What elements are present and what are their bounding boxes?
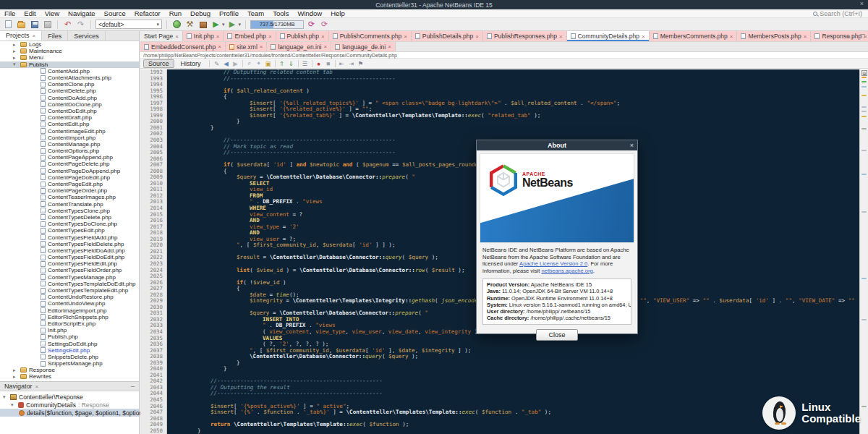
- expand-icon[interactable]: ▸: [13, 48, 18, 54]
- tab-close-icon[interactable]: ×: [268, 33, 272, 40]
- collapse-icon[interactable]: ▾: [13, 61, 18, 67]
- error-stripe-mark[interactable]: [861, 111, 867, 112]
- tab-embed-php[interactable]: Embed.php×: [224, 31, 276, 41]
- collapse-icon[interactable]: ▾: [3, 394, 8, 400]
- tree-item-rewrites[interactable]: ▸Rewrites: [0, 373, 139, 380]
- scroll-tabs-left-icon[interactable]: ◂: [847, 33, 850, 40]
- debug-project-button[interactable]: ▶: [227, 20, 238, 30]
- tab-close-icon[interactable]: ×: [218, 43, 221, 50]
- error-stripe-mark[interactable]: [861, 86, 867, 88]
- tree-item-contenttypesmanage-php[interactable]: ContentTypesManage.php: [0, 274, 139, 281]
- navigator-minimize-icon[interactable]: –: [131, 383, 135, 390]
- tree-item-menu[interactable]: ▸Menu: [0, 54, 139, 61]
- tree-item-init-php[interactable]: Init.php: [0, 327, 139, 333]
- menu-refactor[interactable]: Refactor: [130, 9, 165, 17]
- tree-item-maintenance[interactable]: ▸Maintenance: [0, 48, 139, 54]
- tree-item-contenttypesfielddelete-php[interactable]: ContentTypesFieldDelete.php: [0, 241, 139, 247]
- tab-start-page[interactable]: Start Page×: [140, 31, 183, 41]
- error-stripe-mark[interactable]: [861, 174, 867, 175]
- tab-site-xml[interactable]: site.xml×: [226, 42, 267, 51]
- tab-close-icon[interactable]: ×: [730, 33, 733, 40]
- tree-item-contentedit-php[interactable]: ContentEdit.php: [0, 121, 139, 127]
- toggle-highlight-icon[interactable]: ▣: [264, 59, 273, 68]
- tree-item-contenttypesfieldorder-php[interactable]: ContentTypesFieldOrder.php: [0, 267, 139, 273]
- panel-tab-files[interactable]: Files: [42, 31, 68, 41]
- tab-close-icon[interactable]: ×: [175, 33, 179, 40]
- error-stripe-mark[interactable]: [861, 95, 867, 96]
- clean-build-button[interactable]: [197, 20, 208, 30]
- expand-icon[interactable]: ▸: [13, 55, 18, 61]
- tree-item-contentclone-php[interactable]: ContentClone.php: [0, 81, 139, 88]
- menu-source[interactable]: Source: [100, 9, 130, 17]
- run-project-button[interactable]: ▶: [210, 20, 221, 30]
- tree-item-response[interactable]: ▸Response: [0, 367, 139, 373]
- tree-item-contentdelete-php[interactable]: ContentDelete.php: [0, 88, 139, 94]
- expand-icon[interactable]: ▸: [13, 42, 18, 48]
- shift-left-icon[interactable]: ⇤: [338, 59, 346, 68]
- open-project-button[interactable]: [16, 20, 27, 30]
- expand-icon[interactable]: ▸: [13, 374, 18, 380]
- menu-navigate[interactable]: Navigate: [64, 9, 100, 17]
- tab-close-icon[interactable]: ×: [216, 33, 220, 40]
- tree-item-publish-php[interactable]: Publish.php: [0, 333, 139, 340]
- paste-button[interactable]: [42, 20, 53, 30]
- profiler-gc-button[interactable]: ⟳: [319, 20, 330, 30]
- menu-edit[interactable]: Edit: [20, 9, 40, 17]
- tree-item-settingsdoedit-php[interactable]: SettingsDoEdit.php: [0, 340, 139, 346]
- back-icon[interactable]: ◀: [222, 59, 231, 68]
- tree-item-contenttranslate-php[interactable]: ContentTranslate.php: [0, 201, 139, 208]
- error-stripe-mark[interactable]: [861, 77, 867, 78]
- tree-item-contentdoadd-php[interactable]: ContentDoAdd.php: [0, 95, 139, 101]
- find-next-icon[interactable]: ⌖: [255, 59, 263, 68]
- build-project-button[interactable]: ⚒: [184, 20, 195, 30]
- tree-item-editorimageimport-php[interactable]: EditorImageImport.php: [0, 307, 139, 314]
- menu-window[interactable]: Window: [293, 9, 326, 17]
- panel-tab-services[interactable]: Services: [68, 31, 106, 41]
- menu-profile[interactable]: Profile: [215, 9, 243, 17]
- navigator-item-contentteller-respon[interactable]: ▾Contentteller\Response: [0, 393, 139, 401]
- error-stripe-mark[interactable]: [861, 116, 867, 117]
- history-view-button[interactable]: History: [176, 59, 206, 68]
- bookmark-icon[interactable]: ⚑: [357, 59, 365, 68]
- tab-memberscomments-php[interactable]: MembersComments.php×: [650, 31, 738, 41]
- tree-item-contentimageedit-php[interactable]: ContentImageEdit.php: [0, 127, 139, 134]
- tree-item-contentpageappend-php[interactable]: ContentPageAppend.php: [0, 154, 139, 161]
- error-stripe-mark[interactable]: [861, 81, 867, 82]
- error-stripe-mark[interactable]: [861, 128, 867, 129]
- tab-publishdetails-php[interactable]: PublishDetails.php×: [412, 31, 483, 41]
- panel-tab-projects[interactable]: Projects×: [0, 31, 42, 41]
- tab-close-icon[interactable]: ×: [321, 33, 325, 40]
- tree-item-contentimport-php[interactable]: ContentImport.php: [0, 135, 139, 141]
- close-button[interactable]: Close: [536, 329, 577, 341]
- tab-communitydetails-php[interactable]: CommunityDetails.php×: [567, 31, 650, 41]
- tree-item-contentpagedelete-php[interactable]: ContentPageDelete.php: [0, 161, 139, 167]
- tab-close-icon[interactable]: ×: [804, 33, 807, 40]
- expand-icon[interactable]: ▸: [13, 367, 18, 373]
- tree-item-settingsedit-php[interactable]: SettingsEdit.php: [0, 347, 139, 354]
- debug-dropdown-icon[interactable]: ▾: [239, 22, 242, 27]
- record-macro-icon[interactable]: ●: [315, 59, 323, 68]
- menu-run[interactable]: Run: [165, 9, 186, 17]
- save-all-button[interactable]: [29, 20, 40, 30]
- split-editor-icon[interactable]: ⊞: [861, 70, 867, 76]
- about-dialog-titlebar[interactable]: About ×: [477, 140, 637, 150]
- menu-tools[interactable]: Tools: [268, 9, 293, 17]
- tree-item-contentadd-php[interactable]: ContentAdd.php: [0, 68, 139, 75]
- memory-indicator[interactable]: 737.5/1730MB: [250, 20, 304, 29]
- error-stripe-mark[interactable]: [861, 278, 867, 279]
- tree-item-contentmanage-php[interactable]: ContentManage.php: [0, 141, 139, 148]
- tree-item-contenttypesfielddoadd-php[interactable]: ContentTypesFieldDoAdd.php: [0, 247, 139, 254]
- tree-item-logs[interactable]: ▸Logs: [0, 41, 139, 48]
- menu-team[interactable]: Team: [243, 9, 268, 17]
- tab-close-icon[interactable]: ×: [475, 33, 479, 40]
- tab-close-icon[interactable]: ×: [559, 33, 563, 40]
- tab-publishresponses-php[interactable]: PublishResponses.php×: [483, 31, 567, 41]
- apache-license-link[interactable]: Apache License Version 2.0: [519, 260, 587, 267]
- line-number-gutter[interactable]: 1992199319941995199619971998199920002001…: [140, 69, 167, 434]
- error-stripe-mark[interactable]: [861, 211, 867, 213]
- maximize-editor-icon[interactable]: ❒: [860, 33, 865, 40]
- error-stripe-mark[interactable]: [861, 150, 867, 151]
- tree-item-editorscriptex-php[interactable]: EditorScriptEx.php: [0, 320, 139, 327]
- navigator-close-icon[interactable]: ×: [35, 383, 39, 390]
- find-selection-icon[interactable]: ⌕: [245, 59, 254, 68]
